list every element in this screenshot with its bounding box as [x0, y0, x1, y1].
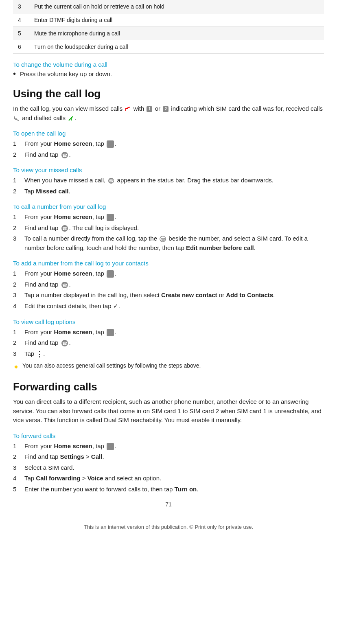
- row-text: Turn on the loudspeaker during a call: [29, 40, 324, 54]
- tip-icon: ✦: [13, 363, 19, 372]
- numbered-item: 2 Find and tap ☎.: [13, 338, 324, 348]
- grid-icon: [107, 140, 114, 148]
- add-to-contacts-heading: To add a number from the call log to you…: [13, 260, 324, 267]
- numbered-item: 5 Enter the number you want to forward c…: [13, 485, 324, 494]
- grid-icon: [107, 270, 114, 278]
- using-call-log-heading: Using the call log: [13, 88, 324, 100]
- svg-text:☎: ☎: [161, 237, 165, 241]
- call-beside-icon: ☎: [160, 236, 166, 242]
- numbered-item: 1 From your Home screen, tap .: [13, 328, 324, 337]
- numbered-item: 2 Find and tap ☎. The call log is displa…: [13, 223, 324, 233]
- numbered-item: 1 From your Home screen, tap .: [13, 442, 324, 451]
- footer-notice: This is an internet version of this publ…: [13, 520, 324, 530]
- change-volume-bullet: • Press the volume key up or down.: [13, 70, 324, 79]
- sim1-badge: 1: [147, 106, 152, 112]
- row-number: 5: [13, 27, 29, 40]
- table-row: 5Mute the microphone during a call: [13, 27, 324, 40]
- table-row: 3Put the current call on hold or retriev…: [13, 0, 324, 13]
- view-log-options-heading: To view call log options: [13, 318, 324, 325]
- change-volume-text: Press the volume key up or down.: [20, 70, 112, 77]
- svg-text:☎: ☎: [62, 226, 67, 231]
- numbered-item: 1 From your Home screen, tap .: [13, 139, 324, 149]
- row-text: Enter DTMF digits during a call: [29, 13, 324, 27]
- open-call-log-steps: 1 From your Home screen, tap . 2 Find an…: [13, 139, 324, 159]
- numbered-item: 2 Find and tap Settings > Call.: [13, 452, 324, 462]
- numbered-item: 1 From your Home screen, tap .: [13, 212, 324, 222]
- forwarding-calls-heading: Forwarding calls: [13, 381, 324, 393]
- sim2-badge: 2: [163, 106, 168, 112]
- missed-status-icon: ☎: [108, 177, 114, 184]
- numbered-item: 2 Find and tap ☎.: [13, 150, 324, 160]
- tip-box: ✦ You can also access general call setti…: [13, 362, 324, 372]
- open-call-log-heading: To open the call log: [13, 130, 324, 137]
- svg-text:☎: ☎: [62, 283, 67, 287]
- row-number: 3: [13, 0, 29, 13]
- numbered-item: 3 Select a SIM card.: [13, 463, 324, 473]
- table-row: 4Enter DTMF digits during a call: [13, 13, 324, 27]
- grid-icon: [107, 443, 114, 450]
- forward-calls-steps: 1 From your Home screen, tap . 2 Find an…: [13, 442, 324, 494]
- row-text: Put the current call on hold or retrieve…: [29, 0, 324, 13]
- forward-calls-heading: To forward calls: [13, 432, 324, 439]
- call-from-log-heading: To call a number from your call log: [13, 203, 324, 210]
- steps-table: 3Put the current call on hold or retriev…: [13, 0, 324, 54]
- grid-icon: [107, 329, 114, 336]
- checkmark-icon: ✓: [113, 302, 118, 311]
- change-volume-heading: To change the volume during a call: [13, 61, 324, 68]
- svg-text:☎: ☎: [62, 153, 67, 158]
- numbered-item: 4 Edit the contact details, then tap ✓.: [13, 302, 324, 311]
- view-log-options-steps: 1 From your Home screen, tap . 2 Find an…: [13, 328, 324, 359]
- row-text: Mute the microphone during a call: [29, 27, 324, 40]
- add-to-contacts-steps: 1 From your Home screen, tap . 2 Find an…: [13, 269, 324, 311]
- svg-line-2: [71, 116, 73, 118]
- forwarding-calls-intro: You can direct calls to a different reci…: [13, 397, 324, 425]
- bullet-dot: •: [13, 69, 16, 79]
- using-call-log-intro: In the call log, you can view missed cal…: [13, 104, 324, 123]
- numbered-item: 2 Find and tap ☎.: [13, 280, 324, 289]
- row-number: 6: [13, 40, 29, 54]
- three-dots-icon: ⋮: [36, 350, 43, 358]
- view-missed-calls-steps: 1 When you have missed a call, ☎ appears…: [13, 176, 324, 196]
- svg-text:☎: ☎: [62, 341, 67, 346]
- tip-text: You can also access general call setting…: [22, 362, 201, 369]
- grid-icon: [107, 214, 114, 221]
- row-number: 4: [13, 13, 29, 27]
- phone-log-icon4: ☎: [61, 340, 68, 347]
- page-content: 3Put the current call on hold or retriev…: [0, 0, 337, 546]
- numbered-item: 4 Tap Call forwarding > Voice and select…: [13, 474, 324, 483]
- view-missed-calls-heading: To view your missed calls: [13, 166, 324, 173]
- dialled-call-icon: [68, 116, 74, 121]
- numbered-item: 3 Tap a number displayed in the call log…: [13, 291, 324, 300]
- page-number: 71: [13, 501, 324, 508]
- missed-call-icon: [125, 106, 131, 112]
- phone-log-icon3: ☎: [61, 281, 68, 289]
- phone-log-icon: ☎: [61, 151, 68, 159]
- numbered-item: 3 To call a number directly from the cal…: [13, 234, 324, 252]
- call-from-log-steps: 1 From your Home screen, tap . 2 Find an…: [13, 212, 324, 252]
- phone-log-icon2: ☎: [61, 225, 68, 232]
- numbered-item: 1 When you have missed a call, ☎ appears…: [13, 176, 324, 185]
- received-call-icon: [14, 116, 20, 121]
- numbered-item: 1 From your Home screen, tap .: [13, 269, 324, 278]
- numbered-item: 3 Tap ⋮.: [13, 349, 324, 359]
- svg-text:☎: ☎: [109, 179, 114, 183]
- numbered-item: 2 Tap Missed call.: [13, 187, 324, 196]
- table-row: 6Turn on the loudspeaker during a call: [13, 40, 324, 54]
